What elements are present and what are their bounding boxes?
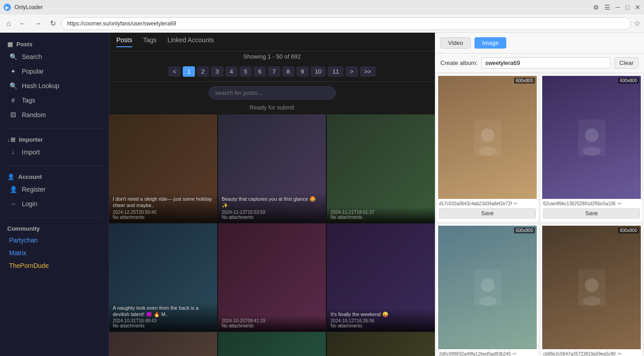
image-hash-text: 62cae4f9bc136252881d2f5bc5a106	[543, 201, 616, 206]
sidebar-item-theporndude[interactable]: ThePornDude	[0, 259, 109, 272]
page-btn-2[interactable]: 2	[197, 66, 209, 77]
settings-icon[interactable]: ⚙	[593, 4, 599, 11]
svg-point-10	[585, 278, 599, 292]
sidebar-item-matrix[interactable]: Matrix	[0, 247, 109, 259]
address-bar[interactable]	[61, 17, 631, 30]
maximize-icon[interactable]: □	[626, 4, 629, 11]
community-section: Community Partychan Matrix ThePornDude	[0, 221, 109, 272]
clear-button[interactable]: Clear	[614, 57, 639, 69]
page-btn-8[interactable]: 8	[282, 66, 295, 77]
login-icon: →	[9, 200, 17, 208]
forward-button[interactable]: →	[32, 19, 45, 29]
edit-icon[interactable]: ✏	[618, 351, 622, 356]
post-card[interactable]: A naughty look even from the back is a d…	[109, 223, 217, 331]
post-card[interactable]: I love this picture so much! 😍 Such a ba…	[327, 332, 435, 356]
page-btn-11[interactable]: 11	[328, 66, 343, 77]
post-card[interactable]: 2024-11-05T13:37:15 No attachments	[109, 332, 217, 356]
svg-point-5	[583, 147, 601, 156]
sidebar-item-tags[interactable]: # Tags	[0, 93, 109, 108]
close-icon[interactable]: ✕	[635, 4, 640, 11]
image-thumbnail[interactable]	[438, 226, 537, 349]
svg-point-1	[481, 129, 494, 142]
page-btn-6[interactable]: 6	[254, 66, 266, 77]
page-btn-10[interactable]: 10	[310, 66, 326, 77]
edit-icon[interactable]: ✏	[513, 351, 517, 356]
post-card[interactable]: It's finally the weekend 😜 2024-10-12T16…	[327, 223, 435, 331]
register-icon: 👤	[9, 186, 17, 193]
edit-icon[interactable]: ✏	[514, 201, 518, 207]
sidebar-item-import[interactable]: ↓ Import	[0, 145, 109, 159]
random-icon: ⚄	[9, 111, 17, 119]
bookmark-button[interactable]: ☆	[634, 19, 640, 28]
video-type-button[interactable]: Video	[440, 37, 471, 49]
menu-icon[interactable]: ☰	[604, 4, 610, 11]
page-prev-btn[interactable]: <	[168, 66, 181, 77]
search-input[interactable]	[209, 86, 336, 99]
image-card: 600x800 cb88e2c5847a35723819a59ea5c80 ✏ …	[540, 223, 643, 356]
post-card[interactable]: 2024-11-21T18:01:37 No attachments	[327, 114, 435, 222]
tags-icon: #	[9, 97, 17, 104]
image-hash-text: 2d0c998692a48fa12bed5ad83b245	[439, 351, 511, 356]
sidebar-item-hash-lookup[interactable]: 🔍 Hash Lookup	[0, 79, 109, 93]
browser-logo: ▶	[4, 4, 11, 11]
image-card: 600x800 2d0c998692a48fa12bed5ad83b245 ✏ …	[436, 223, 539, 356]
account-section: 👤 Account 👤 Register → Login	[0, 169, 109, 211]
home-button[interactable]: ⌂	[4, 19, 14, 29]
page-btn-4[interactable]: 4	[225, 66, 238, 77]
post-card[interactable]: I don't need a sleigh ride— just some ho…	[109, 114, 217, 222]
sidebar-item-login[interactable]: → Login	[0, 197, 109, 211]
create-album-label: Create album:	[440, 59, 478, 66]
sidebar-item-register[interactable]: 👤 Register	[0, 182, 109, 197]
importer-icon: ↓⊞	[7, 136, 15, 143]
page-btn-5[interactable]: 5	[240, 66, 252, 77]
app-body: ▦ Posts 🔍 Search ✦ Popular 🔍 Hash Lookup…	[0, 33, 644, 356]
main-scroll[interactable]: Posts Tags Linked Accounts Showing 1 - 5…	[109, 33, 435, 356]
popular-icon: ✦	[9, 68, 17, 75]
community-section-header: Community	[0, 221, 109, 234]
posts-section: ▦ Posts 🔍 Search ✦ Popular 🔍 Hash Lookup…	[0, 36, 109, 122]
sidebar-item-popular[interactable]: ✦ Popular	[0, 64, 109, 79]
back-button[interactable]: ←	[16, 19, 29, 29]
importer-section: ↓⊞ Importer ↓ Import	[0, 132, 109, 159]
save-button[interactable]: Save	[439, 208, 536, 218]
save-button[interactable]: Save	[543, 208, 640, 218]
sidebar-item-random[interactable]: ⚄ Random	[0, 108, 109, 122]
page-btn-3[interactable]: 3	[211, 66, 223, 77]
posts-icon: ▦	[7, 41, 13, 48]
image-thumbnail[interactable]	[438, 76, 537, 199]
search-bar-row	[109, 82, 435, 104]
sidebar-item-search[interactable]: 🔍 Search	[0, 49, 109, 64]
image-thumbnail[interactable]	[542, 76, 641, 199]
tab-linked-accounts[interactable]: Linked Accounts	[168, 36, 214, 47]
sidebar-item-partychan[interactable]: Partychan	[0, 234, 109, 247]
refresh-button[interactable]: ↻	[47, 18, 59, 29]
image-card: 600x800 62cae4f9bc136252881d2f5bc5a106 ✏…	[540, 74, 643, 222]
post-card[interactable]: 2024-10-25T09:41:19 No attachments	[218, 223, 326, 331]
edit-icon[interactable]: ✏	[618, 201, 622, 207]
post-card[interactable]: after gym 😜	[218, 332, 326, 356]
sidebar-divider-2	[5, 166, 103, 166]
image-dimension-badge: 600x800	[618, 227, 639, 233]
page-btn-9[interactable]: 9	[296, 66, 309, 77]
post-card[interactable]: Beauty that captures you at first glance…	[218, 114, 326, 222]
tab-posts[interactable]: Posts	[116, 36, 132, 47]
posts-section-header: ▦ Posts	[0, 36, 109, 49]
browser-title: OnlyLoader	[15, 4, 43, 10]
image-type-button[interactable]: Image	[474, 37, 506, 49]
right-panel: Video Image Create album: Clear	[435, 33, 644, 356]
tab-tags[interactable]: Tags	[143, 36, 157, 47]
minimize-icon[interactable]: ─	[616, 4, 620, 11]
browser-titlebar-controls: ⚙ ☰ ─ □ ✕	[593, 4, 640, 11]
page-next-btn[interactable]: >	[345, 66, 358, 77]
page-last-btn[interactable]: >>	[360, 66, 376, 77]
sidebar-divider-1	[5, 129, 103, 129]
page-btn-7[interactable]: 7	[268, 66, 280, 77]
sidebar: ▦ Posts 🔍 Search ✦ Popular 🔍 Hash Lookup…	[0, 33, 109, 356]
sidebar-divider-3	[5, 218, 103, 218]
create-album-input[interactable]	[481, 57, 611, 69]
page-btn-1[interactable]: 1	[183, 66, 195, 77]
image-thumbnail[interactable]	[542, 226, 641, 349]
svg-point-7	[481, 278, 494, 292]
ready-text: Ready for submit	[109, 104, 435, 114]
image-dimension-badge: 600x800	[514, 227, 535, 233]
